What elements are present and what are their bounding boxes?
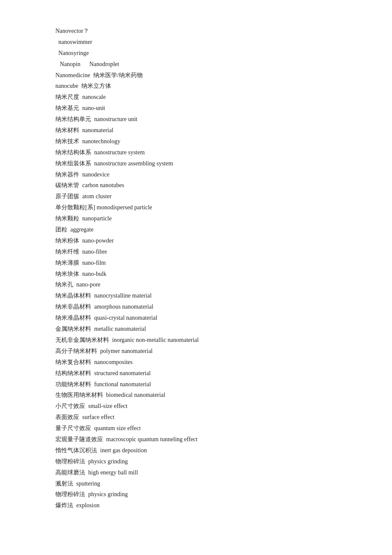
term-line-36: 量子尺寸效应 quantum size effect [55, 423, 337, 434]
term-line-14: 碳纳米管 carbon nanotubes [55, 180, 337, 191]
term-line-20: 纳米纤维 nano-fibre [55, 246, 337, 257]
term-line-34: 小尺寸效应 small-size effect [55, 401, 337, 412]
term-line-16: 单分散颗粒[系] monodispersed particle [55, 202, 337, 213]
term-line-1: nanoswimmer [55, 37, 337, 48]
term-line-21: 纳米薄膜 nano-film [55, 257, 337, 269]
term-line-11: 纳米结构体系 nanostructure system [55, 147, 337, 158]
term-line-41: 溅射法 sputtering [55, 478, 337, 489]
term-line-6: 纳米尺度 nanoscale [55, 92, 337, 103]
term-line-29: 高分子纳米材料 polymer nanomaterial [55, 346, 337, 357]
term-line-32: 功能纳米材料 functional nanomaterial [55, 379, 337, 390]
term-line-17: 纳米颗粒 nanoparticle [55, 213, 337, 224]
term-line-18: 团粒 aggregate [55, 224, 337, 235]
term-line-42: 物理粉碎法 physics grinding [55, 489, 337, 500]
term-line-15: 原子团簇 atom cluster [55, 191, 337, 202]
term-line-39: 物理粉碎法 physics grinding [55, 456, 337, 467]
term-line-4: Nanomedicine 纳米医学/纳米药物 [55, 70, 337, 81]
term-line-22: 纳米块体 nano-bulk [55, 269, 337, 280]
term-line-23: 纳米孔 nano-pore [55, 279, 337, 290]
term-line-13: 纳米器件 nanodevice [55, 169, 337, 180]
term-line-33: 生物医用纳米材料 biomedical nanomaterial [55, 390, 337, 401]
term-line-9: 纳米材料 nanomaterial [55, 125, 337, 136]
term-line-10: 纳米技术 nanotechnology [55, 136, 337, 147]
term-line-25: 纳米非晶材料 amorphous nanomaterial [55, 301, 337, 312]
term-line-8: 纳米结构单元 nanostructure unit [55, 114, 337, 125]
term-line-2: Nanosyringe [55, 48, 337, 59]
term-line-31: 结构纳米材料 structured nanomaterial [55, 368, 337, 379]
term-line-26: 纳米准晶材料 quasi-crystal nanomaterial [55, 312, 337, 324]
term-line-40: 高能球磨法 high energy ball mill [55, 467, 337, 478]
term-list: Nanovector？ nanoswimmer Nanosyringe Nano… [55, 26, 337, 511]
term-line-38: 惰性气体沉积法 inert gas deposition [55, 445, 337, 456]
term-line-28: 无机非金属纳米材料 inorganic non-metallic nanomat… [55, 335, 337, 346]
term-line-12: 纳米组装体系 nanostructure assembling system [55, 158, 337, 169]
term-line-24: 纳米晶体材料 nanocrystalline material [55, 290, 337, 301]
term-line-0: Nanovector？ [55, 26, 337, 37]
term-line-37: 宏观量子隧道效应 macroscopic quantum tunneling e… [55, 434, 337, 445]
term-line-30: 纳米复合材料 nanocomposites [55, 357, 337, 368]
term-line-19: 纳米粉体 nano-powder [55, 235, 337, 246]
term-line-43: 爆炸法 explosion [55, 500, 337, 511]
term-line-5: nanocube 纳米立方体 [55, 81, 337, 92]
term-line-27: 金属纳米材料 metallic nanomaterial [55, 324, 337, 335]
term-line-7: 纳米基元 nano-unit [55, 103, 337, 114]
term-line-3: Nanopin Nanodroplet [55, 59, 337, 70]
term-line-35: 表面效应 surface effect [55, 412, 337, 423]
